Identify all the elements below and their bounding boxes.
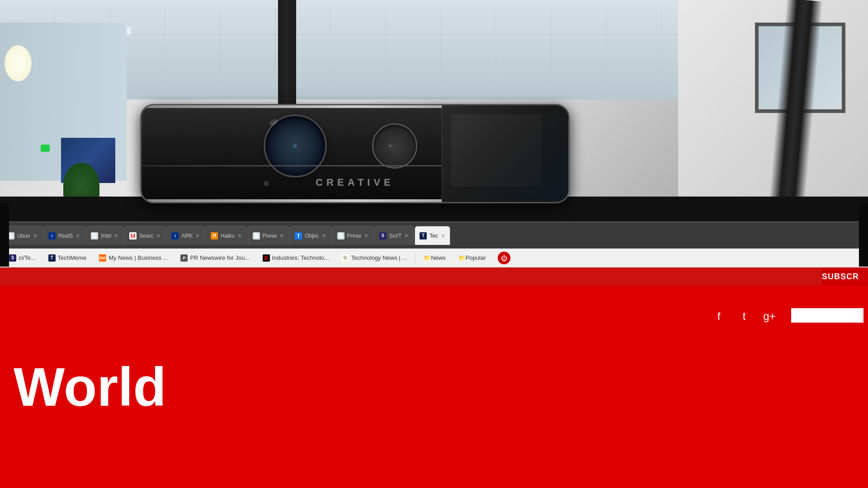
office-left-wall xyxy=(0,23,127,181)
tab-icon-prese1: 📄 xyxy=(253,232,260,239)
bookmark-label-folder-news: News xyxy=(431,254,446,261)
tab-label-prese2: Prese xyxy=(347,233,361,239)
tab-icon-intel: 📄 xyxy=(91,232,98,239)
tab-close-realsense[interactable]: ✕ xyxy=(75,233,80,239)
twitter-icon[interactable]: t xyxy=(736,308,752,324)
tab-close-prese2[interactable]: ✕ xyxy=(364,233,368,239)
bookmark-technews[interactable]: ✿ Technology News | ... xyxy=(337,253,411,263)
tab-label-techmeme: Tec xyxy=(429,233,438,239)
browser-tab-bar: 📄 Ubun ✕ i RealS ✕ 📄 Intel ✕ M Searc ✕ i… xyxy=(0,221,868,249)
tab-close-techmeme[interactable]: ✕ xyxy=(441,233,445,239)
power-button[interactable]: ⏻ xyxy=(498,252,510,264)
tab-icon-gmail: M xyxy=(129,232,137,239)
tab-close-prese1[interactable]: ✕ xyxy=(279,233,284,239)
folder-icon-news: 📁 xyxy=(424,254,431,261)
bookmark-icon-prnews: P xyxy=(180,254,188,262)
tab-gmail[interactable]: M Searc ✕ xyxy=(124,226,165,245)
bookmark-scite[interactable]: S ci/Te... xyxy=(5,253,40,263)
tab-ark[interactable]: i ARK ✕ xyxy=(166,226,205,245)
tab-prese1[interactable]: 📄 Prese ✕ xyxy=(248,226,289,245)
webcam-brand-label: CREATIVE xyxy=(316,177,394,188)
tab-prese2[interactable]: 📄 Prese ✕ xyxy=(332,226,373,245)
bookmark-folder-popular[interactable]: 📁 Popular xyxy=(454,253,491,263)
mic-dot-left xyxy=(264,181,269,186)
bookmark-label-technews: Technology News | ... xyxy=(351,254,407,261)
bookmark-label-scite: ci/Te... xyxy=(19,254,36,261)
facebook-icon[interactable]: f xyxy=(711,308,727,324)
bookmark-label-techmeme: TechMeme xyxy=(58,254,87,261)
tab-label-gmail: Searc xyxy=(139,233,153,239)
bookmark-icon-techmeme: T xyxy=(48,254,56,262)
tab-close-haiku[interactable]: ✕ xyxy=(237,233,242,239)
tab-icon-facebook: f xyxy=(295,232,302,239)
bookmark-icon-bloomberg: B xyxy=(263,254,270,262)
tab-icon-realsense: i xyxy=(48,232,56,239)
tab-close-gmail[interactable]: ✕ xyxy=(156,233,160,239)
tab-label-prese1: Prese xyxy=(263,233,277,239)
tab-close-facebook[interactable]: ✕ xyxy=(322,233,326,239)
lens-center-dot xyxy=(293,144,297,148)
photo-area: CREATIVE xyxy=(0,0,868,244)
tab-label-facebook: Objec xyxy=(305,233,319,239)
folder-icon-popular: 📁 xyxy=(458,254,466,261)
monitor-frame-right xyxy=(859,203,868,267)
office-light-orb xyxy=(5,45,32,81)
tab-techmeme[interactable]: T Tec ✕ xyxy=(415,226,450,245)
pcworld-header: World f t g+ xyxy=(0,286,868,488)
tab-label-haiku: Haiku xyxy=(221,233,235,239)
tab-close-ubuntu[interactable]: ✕ xyxy=(33,233,38,239)
bookmark-icon-scite: S xyxy=(9,254,16,262)
bookmark-label-bloomberg: Industries: Technolo... xyxy=(272,254,329,261)
tab-label-ark: ARK xyxy=(181,233,193,239)
webcam-sensor xyxy=(372,123,417,169)
bookmark-icon-technews: ✿ xyxy=(342,254,349,262)
tab-label-intel: Intel xyxy=(101,233,111,239)
tab-intel[interactable]: 📄 Intel ✕ xyxy=(86,226,123,245)
tab-haiku[interactable]: H Haiku ✕ xyxy=(206,226,247,245)
site-name-text: World xyxy=(14,356,166,418)
tab-scite[interactable]: S Sci/T ✕ xyxy=(374,226,414,245)
tab-close-intel[interactable]: ✕ xyxy=(114,233,118,239)
webcam-body: CREATIVE xyxy=(142,105,568,202)
subscribe-label: SUBSCR xyxy=(822,272,859,282)
webcam-right-panel xyxy=(442,105,568,202)
webcam-device: CREATIVE xyxy=(140,104,570,203)
subscribe-bar: SUBSCR xyxy=(822,267,868,286)
bookmark-techmeme[interactable]: T TechMeme xyxy=(44,253,91,263)
tab-icon-ark: i xyxy=(171,232,179,239)
monitor-frame-left xyxy=(0,203,9,267)
tab-label-realsense: RealS xyxy=(58,233,73,239)
site-search-box[interactable] xyxy=(791,308,863,323)
bookmark-icon-mynews: BW xyxy=(99,254,106,262)
tab-icon-techmeme: T xyxy=(420,232,427,239)
bookmarks-bar: S ci/Te... T TechMeme BW My News | Busin… xyxy=(0,249,868,267)
social-icons-group: f t g+ xyxy=(711,308,778,324)
webcam-main-lens xyxy=(264,114,327,178)
bookmark-label-folder-popular: Popular xyxy=(466,254,486,261)
page-content-area: SUBSCR World f t g+ xyxy=(0,267,868,488)
tab-label-scite: Sci/T xyxy=(389,233,401,239)
bookmark-mynews[interactable]: BW My News | Business ... xyxy=(94,253,172,263)
green-indicator-light xyxy=(41,145,50,152)
tab-icon-scite: S xyxy=(379,232,387,239)
bookmark-label-mynews: My News | Business ... xyxy=(108,254,168,261)
tab-close-scite[interactable]: ✕ xyxy=(404,233,409,239)
tab-facebook[interactable]: f Objec ✕ xyxy=(290,226,331,245)
googleplus-icon[interactable]: g+ xyxy=(761,308,778,324)
webcam-panel-reflection xyxy=(451,114,542,187)
tab-close-ark[interactable]: ✕ xyxy=(195,233,200,239)
bookmark-separator-1 xyxy=(415,253,415,263)
tab-icon-prese2: 📄 xyxy=(337,232,344,239)
tab-realsense[interactable]: i RealS ✕ xyxy=(43,226,85,245)
tab-icon-haiku: H xyxy=(211,232,218,239)
tab-label-ubuntu: Ubun xyxy=(17,233,30,239)
bookmark-label-prnews: PR Newswire for Jou... xyxy=(190,254,250,261)
bookmark-prnews[interactable]: P PR Newswire for Jou... xyxy=(176,253,254,263)
bookmark-folder-news[interactable]: 📁 News xyxy=(419,253,450,263)
bookmark-bloomberg[interactable]: B Industries: Technolo... xyxy=(258,253,334,263)
